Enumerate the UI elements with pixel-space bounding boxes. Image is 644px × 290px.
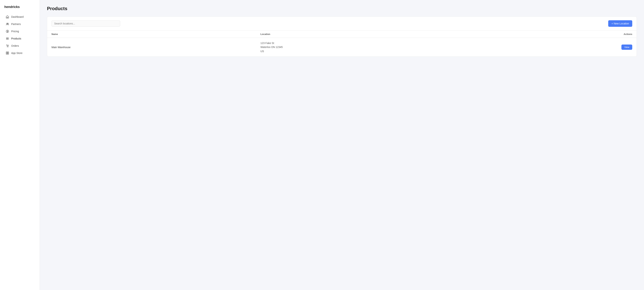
table-row: Main Warehouse 123 Fake St Waterloo ON 1…: [47, 38, 636, 57]
sidebar-nav: Dashboard Partners Pricing: [0, 13, 40, 57]
col-name: Name: [47, 31, 256, 38]
sidebar-item-partners[interactable]: Partners: [2, 21, 38, 28]
orders-icon: [6, 44, 9, 47]
table-body: Main Warehouse 123 Fake St Waterloo ON 1…: [47, 38, 636, 57]
locations-table: Name Location Actions Main Warehouse 123…: [47, 31, 636, 57]
location-line3: US: [260, 49, 485, 53]
sidebar-item-products[interactable]: Products: [2, 35, 38, 42]
view-button[interactable]: View: [622, 45, 632, 50]
main-content: Products + New Location Name Location Ac…: [40, 0, 644, 290]
pricing-icon: [6, 30, 9, 33]
search-input[interactable]: [52, 21, 120, 27]
svg-point-2: [8, 23, 8, 24]
sidebar-item-app-store-label: App Store: [11, 52, 22, 55]
sidebar-item-orders-label: Orders: [11, 44, 19, 47]
sidebar-item-partners-label: Partners: [11, 23, 21, 26]
svg-rect-9: [6, 52, 7, 53]
brand-name: hendricks: [0, 4, 40, 13]
location-line2: Waterloo ON 12345: [260, 45, 485, 49]
sidebar-item-pricing[interactable]: Pricing: [2, 28, 38, 35]
sidebar: hendricks Dashboard Partners: [0, 0, 40, 290]
sidebar-item-pricing-label: Pricing: [11, 30, 19, 33]
svg-point-7: [7, 47, 8, 47]
new-location-label: + New Location: [612, 22, 629, 25]
svg-rect-12: [8, 53, 9, 54]
home-icon: [6, 15, 9, 19]
new-location-button[interactable]: + New Location: [608, 20, 632, 27]
svg-point-8: [8, 47, 8, 47]
toolbar: + New Location: [47, 17, 636, 31]
svg-rect-0: [7, 17, 8, 18]
row-location: 123 Fake St Waterloo ON 12345 US: [256, 38, 489, 57]
app-store-icon: [6, 51, 9, 55]
svg-rect-10: [8, 52, 9, 53]
products-icon: [6, 37, 9, 40]
sidebar-item-app-store[interactable]: App Store: [2, 50, 38, 57]
table-header: Name Location Actions: [47, 31, 636, 38]
location-line1: 123 Fake St: [260, 41, 485, 45]
col-actions: Actions: [490, 31, 636, 38]
sidebar-item-dashboard-label: Dashboard: [11, 15, 24, 18]
row-name: Main Warehouse: [47, 38, 256, 57]
col-location: Location: [256, 31, 489, 38]
svg-rect-11: [6, 53, 7, 54]
partners-icon: [6, 23, 9, 26]
page-title: Products: [47, 6, 637, 12]
sidebar-item-products-label: Products: [11, 37, 21, 40]
sidebar-item-dashboard[interactable]: Dashboard: [2, 13, 38, 20]
location-text: 123 Fake St Waterloo ON 12345 US: [260, 41, 485, 53]
sidebar-item-orders[interactable]: Orders: [2, 42, 38, 49]
row-actions: View: [490, 38, 636, 57]
content-card: + New Location Name Location Actions Mai…: [47, 17, 637, 57]
